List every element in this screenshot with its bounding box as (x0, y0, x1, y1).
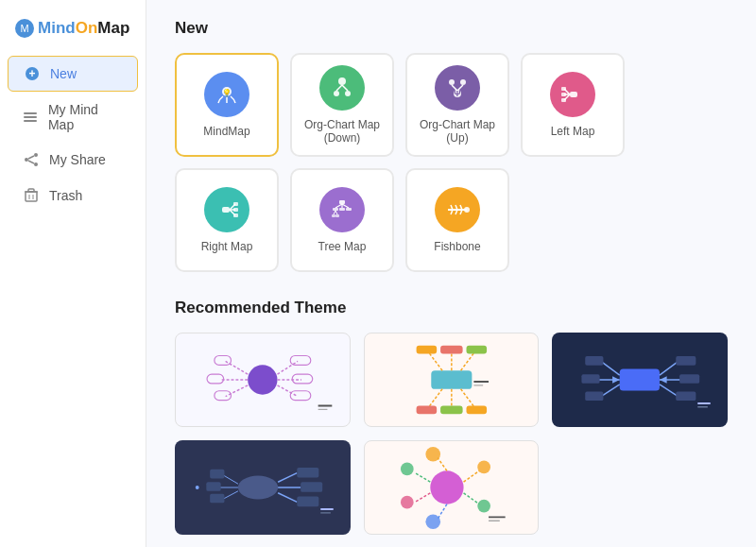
svg-rect-43 (339, 200, 345, 204)
right-map-icon (204, 187, 249, 232)
svg-line-93 (602, 362, 620, 375)
svg-rect-113 (297, 468, 318, 478)
right-map-label: Right Map (201, 240, 253, 253)
svg-rect-47 (333, 208, 338, 211)
svg-rect-100 (582, 374, 600, 384)
svg-rect-10 (26, 192, 37, 201)
sidebar: M MindOnMap + New My Mind Map My Share T… (0, 0, 146, 547)
mymindmap-icon (23, 109, 39, 126)
svg-point-7 (34, 162, 38, 166)
new-icon: + (24, 65, 41, 82)
svg-rect-103 (679, 374, 699, 384)
svg-line-96 (660, 362, 678, 375)
svg-rect-86 (466, 346, 487, 354)
svg-rect-101 (586, 391, 604, 401)
sidebar-item-mymindmap-label: My Mind Map (48, 102, 123, 132)
svg-point-109 (238, 476, 278, 500)
svg-rect-70 (207, 374, 224, 384)
svg-line-65 (226, 385, 249, 397)
svg-point-132 (425, 447, 440, 462)
svg-rect-87 (416, 405, 437, 414)
fishbone-label: Fishbone (434, 240, 480, 253)
sidebar-item-new[interactable]: + New (8, 56, 138, 92)
svg-line-116 (223, 475, 238, 485)
svg-line-126 (438, 458, 447, 471)
svg-rect-119 (210, 470, 224, 479)
theme-card-5[interactable] (364, 440, 540, 535)
svg-line-19 (336, 85, 342, 91)
tree-map-icon (319, 187, 365, 232)
main-content: New 💡 MindMap (146, 0, 756, 547)
svg-rect-33 (561, 87, 566, 91)
svg-point-6 (34, 153, 38, 157)
theme-card-1[interactable] (175, 333, 351, 427)
map-card-tree[interactable]: Tree Map (290, 168, 394, 272)
svg-rect-74 (290, 391, 311, 401)
sidebar-item-myshare-label: My Share (49, 152, 106, 167)
svg-line-46 (342, 204, 349, 208)
svg-line-78 (428, 352, 442, 371)
org-down-label: Org-Chart Map (Down) (292, 118, 392, 145)
sidebar-item-trash[interactable]: Trash (8, 179, 138, 213)
svg-rect-89 (466, 405, 487, 414)
svg-rect-88 (440, 405, 463, 414)
theme-card-3[interactable] (552, 333, 728, 427)
left-map-label: Left Map (551, 125, 595, 138)
svg-line-63 (226, 361, 249, 374)
svg-rect-42 (233, 214, 238, 217)
map-card-mindmap[interactable]: 💡 MindMap (175, 53, 279, 157)
map-card-org-up[interactable]: Ψ Org-Chart Map (Up) (405, 53, 509, 157)
svg-rect-99 (586, 356, 604, 366)
map-card-fishbone[interactable]: Fishbone (405, 168, 509, 272)
svg-point-18 (338, 77, 346, 85)
svg-line-44 (335, 204, 342, 208)
svg-point-135 (425, 514, 440, 529)
svg-rect-104 (677, 391, 696, 401)
svg-point-122 (196, 486, 199, 489)
svg-rect-12 (28, 189, 34, 192)
svg-point-61 (464, 207, 470, 213)
svg-point-22 (345, 91, 351, 96)
svg-point-23 (449, 79, 455, 85)
svg-line-129 (438, 504, 447, 520)
svg-rect-41 (233, 208, 238, 212)
svg-line-127 (414, 472, 430, 482)
svg-rect-49 (346, 208, 352, 211)
org-up-label: Org-Chart Map (Up) (407, 118, 507, 145)
sidebar-item-mymindmap[interactable]: My Mind Map (8, 94, 138, 141)
svg-rect-40 (233, 202, 238, 206)
sidebar-item-new-label: New (50, 66, 77, 81)
svg-line-110 (278, 473, 297, 483)
logo: M MindOnMap (0, 9, 146, 55)
svg-line-50 (334, 211, 335, 214)
svg-line-81 (428, 389, 442, 408)
svg-point-62 (248, 365, 277, 394)
svg-line-128 (414, 493, 430, 503)
map-card-left[interactable]: Left Map (521, 53, 625, 157)
org-up-icon: Ψ (435, 65, 480, 111)
svg-line-51 (335, 211, 337, 214)
svg-rect-84 (416, 346, 437, 354)
recommended-section-title: Recommended Theme (175, 299, 728, 317)
svg-text:Ψ: Ψ (454, 89, 460, 98)
new-section-title: New (175, 19, 728, 38)
svg-line-131 (463, 493, 479, 504)
svg-rect-36 (222, 207, 230, 213)
myshare-icon (23, 151, 40, 168)
svg-rect-48 (339, 208, 345, 211)
svg-rect-53 (335, 214, 339, 217)
theme-card-4[interactable] (175, 440, 351, 535)
svg-rect-52 (332, 214, 335, 217)
svg-point-5 (25, 158, 28, 162)
svg-line-66 (278, 361, 299, 374)
theme-card-2[interactable] (364, 333, 540, 427)
svg-point-133 (401, 463, 414, 476)
map-card-org-down[interactable]: Org-Chart Map (Down) (290, 53, 394, 157)
svg-marker-106 (660, 376, 667, 384)
map-types-grid: 💡 MindMap Org-Chart Map (Down) (175, 53, 728, 272)
svg-point-125 (430, 470, 463, 504)
sidebar-item-myshare[interactable]: My Share (8, 143, 138, 177)
svg-line-112 (278, 493, 297, 503)
svg-line-80 (460, 352, 474, 371)
map-card-right[interactable]: Right Map (175, 168, 279, 272)
